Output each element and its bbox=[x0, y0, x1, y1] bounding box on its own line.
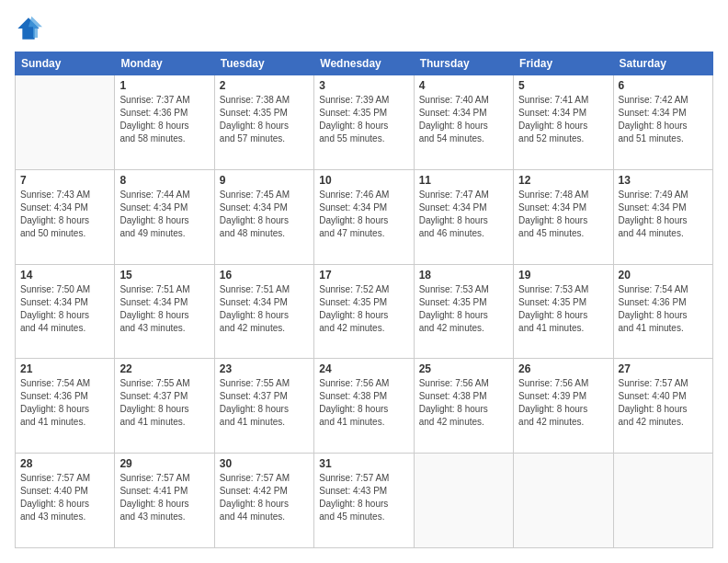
day-info: Sunrise: 7:55 AM Sunset: 4:37 PM Dayligh… bbox=[220, 377, 309, 429]
day-cell bbox=[414, 454, 513, 548]
day-number: 29 bbox=[119, 457, 209, 470]
day-info: Sunrise: 7:56 AM Sunset: 4:38 PM Dayligh… bbox=[319, 377, 408, 429]
day-number: 7 bbox=[20, 174, 109, 187]
day-number: 14 bbox=[20, 269, 109, 282]
day-info: Sunrise: 7:49 AM Sunset: 4:34 PM Dayligh… bbox=[619, 189, 708, 240]
day-info: Sunrise: 7:52 AM Sunset: 4:35 PM Dayligh… bbox=[319, 283, 408, 335]
day-info: Sunrise: 7:56 AM Sunset: 4:38 PM Dayligh… bbox=[419, 377, 508, 429]
day-cell: 9Sunrise: 7:45 AM Sunset: 4:34 PM Daylig… bbox=[214, 169, 313, 264]
day-cell: 8Sunrise: 7:44 AM Sunset: 4:34 PM Daylig… bbox=[115, 169, 214, 264]
day-info: Sunrise: 7:57 AM Sunset: 4:40 PM Dayligh… bbox=[20, 472, 109, 523]
day-cell: 20Sunrise: 7:54 AM Sunset: 4:36 PM Dayli… bbox=[613, 264, 712, 359]
day-number: 23 bbox=[220, 362, 309, 375]
week-row-4: 21Sunrise: 7:54 AM Sunset: 4:36 PM Dayli… bbox=[16, 359, 713, 454]
day-cell: 18Sunrise: 7:53 AM Sunset: 4:35 PM Dayli… bbox=[414, 264, 513, 359]
day-cell: 19Sunrise: 7:53 AM Sunset: 4:35 PM Dayli… bbox=[514, 264, 613, 359]
day-info: Sunrise: 7:56 AM Sunset: 4:39 PM Dayligh… bbox=[518, 377, 608, 429]
page: SundayMondayTuesdayWednesdayThursdayFrid… bbox=[0, 0, 728, 563]
day-info: Sunrise: 7:37 AM Sunset: 4:36 PM Dayligh… bbox=[119, 94, 209, 145]
day-number: 11 bbox=[419, 174, 508, 187]
day-info: Sunrise: 7:53 AM Sunset: 4:35 PM Dayligh… bbox=[518, 283, 608, 335]
day-number: 26 bbox=[518, 362, 608, 375]
day-cell: 14Sunrise: 7:50 AM Sunset: 4:34 PM Dayli… bbox=[16, 264, 115, 359]
day-number: 6 bbox=[619, 79, 708, 92]
day-number: 9 bbox=[220, 174, 309, 187]
day-cell bbox=[16, 75, 115, 170]
day-info: Sunrise: 7:46 AM Sunset: 4:34 PM Dayligh… bbox=[319, 189, 408, 240]
day-info: Sunrise: 7:41 AM Sunset: 4:34 PM Dayligh… bbox=[518, 94, 608, 145]
day-info: Sunrise: 7:42 AM Sunset: 4:34 PM Dayligh… bbox=[619, 94, 708, 145]
day-info: Sunrise: 7:47 AM Sunset: 4:34 PM Dayligh… bbox=[419, 189, 508, 240]
day-number: 30 bbox=[220, 457, 309, 470]
day-info: Sunrise: 7:51 AM Sunset: 4:34 PM Dayligh… bbox=[220, 283, 309, 335]
day-cell: 3Sunrise: 7:39 AM Sunset: 4:35 PM Daylig… bbox=[314, 75, 414, 170]
day-info: Sunrise: 7:43 AM Sunset: 4:34 PM Dayligh… bbox=[20, 189, 109, 240]
day-cell: 23Sunrise: 7:55 AM Sunset: 4:37 PM Dayli… bbox=[214, 359, 313, 454]
weekday-header-tuesday: Tuesday bbox=[214, 52, 313, 75]
day-number: 3 bbox=[319, 79, 408, 92]
day-cell: 21Sunrise: 7:54 AM Sunset: 4:36 PM Dayli… bbox=[16, 359, 115, 454]
day-number: 20 bbox=[619, 269, 708, 282]
day-cell: 17Sunrise: 7:52 AM Sunset: 4:35 PM Dayli… bbox=[314, 264, 414, 359]
day-cell: 25Sunrise: 7:56 AM Sunset: 4:38 PM Dayli… bbox=[414, 359, 513, 454]
header bbox=[15, 15, 713, 42]
day-cell: 11Sunrise: 7:47 AM Sunset: 4:34 PM Dayli… bbox=[414, 169, 513, 264]
day-number: 8 bbox=[119, 174, 209, 187]
day-cell: 22Sunrise: 7:55 AM Sunset: 4:37 PM Dayli… bbox=[115, 359, 214, 454]
weekday-header-wednesday: Wednesday bbox=[314, 52, 414, 75]
day-cell: 27Sunrise: 7:57 AM Sunset: 4:40 PM Dayli… bbox=[613, 359, 712, 454]
day-info: Sunrise: 7:57 AM Sunset: 4:42 PM Dayligh… bbox=[220, 472, 309, 523]
day-cell: 2Sunrise: 7:38 AM Sunset: 4:35 PM Daylig… bbox=[214, 75, 313, 170]
week-row-5: 28Sunrise: 7:57 AM Sunset: 4:40 PM Dayli… bbox=[16, 454, 713, 548]
day-cell: 24Sunrise: 7:56 AM Sunset: 4:38 PM Dayli… bbox=[314, 359, 414, 454]
day-number: 2 bbox=[220, 79, 309, 92]
day-cell bbox=[514, 454, 613, 548]
day-number: 27 bbox=[619, 362, 708, 375]
day-number: 10 bbox=[319, 174, 408, 187]
logo-icon bbox=[15, 15, 42, 42]
week-row-3: 14Sunrise: 7:50 AM Sunset: 4:34 PM Dayli… bbox=[16, 264, 713, 359]
day-cell: 28Sunrise: 7:57 AM Sunset: 4:40 PM Dayli… bbox=[16, 454, 115, 548]
day-cell: 1Sunrise: 7:37 AM Sunset: 4:36 PM Daylig… bbox=[115, 75, 214, 170]
day-cell: 16Sunrise: 7:51 AM Sunset: 4:34 PM Dayli… bbox=[214, 264, 313, 359]
day-cell: 7Sunrise: 7:43 AM Sunset: 4:34 PM Daylig… bbox=[16, 169, 115, 264]
day-number: 1 bbox=[119, 79, 209, 92]
day-info: Sunrise: 7:50 AM Sunset: 4:34 PM Dayligh… bbox=[20, 283, 109, 335]
day-number: 13 bbox=[619, 174, 708, 187]
day-number: 15 bbox=[119, 269, 209, 282]
weekday-header-saturday: Saturday bbox=[613, 52, 712, 75]
day-number: 17 bbox=[319, 269, 408, 282]
day-info: Sunrise: 7:55 AM Sunset: 4:37 PM Dayligh… bbox=[119, 377, 209, 429]
weekday-header-monday: Monday bbox=[115, 52, 214, 75]
day-number: 25 bbox=[419, 362, 508, 375]
day-cell: 12Sunrise: 7:48 AM Sunset: 4:34 PM Dayli… bbox=[514, 169, 613, 264]
day-cell: 13Sunrise: 7:49 AM Sunset: 4:34 PM Dayli… bbox=[613, 169, 712, 264]
week-row-2: 7Sunrise: 7:43 AM Sunset: 4:34 PM Daylig… bbox=[16, 169, 713, 264]
weekday-header-row: SundayMondayTuesdayWednesdayThursdayFrid… bbox=[16, 52, 713, 75]
day-info: Sunrise: 7:51 AM Sunset: 4:34 PM Dayligh… bbox=[119, 283, 209, 335]
day-info: Sunrise: 7:38 AM Sunset: 4:35 PM Dayligh… bbox=[220, 94, 309, 145]
day-info: Sunrise: 7:57 AM Sunset: 4:41 PM Dayligh… bbox=[119, 472, 209, 523]
day-cell bbox=[613, 454, 712, 548]
day-number: 19 bbox=[518, 269, 608, 282]
day-info: Sunrise: 7:57 AM Sunset: 4:40 PM Dayligh… bbox=[619, 377, 708, 429]
day-cell: 30Sunrise: 7:57 AM Sunset: 4:42 PM Dayli… bbox=[214, 454, 313, 548]
day-info: Sunrise: 7:44 AM Sunset: 4:34 PM Dayligh… bbox=[119, 189, 209, 240]
day-cell: 4Sunrise: 7:40 AM Sunset: 4:34 PM Daylig… bbox=[414, 75, 513, 170]
day-info: Sunrise: 7:48 AM Sunset: 4:34 PM Dayligh… bbox=[518, 189, 608, 240]
week-row-1: 1Sunrise: 7:37 AM Sunset: 4:36 PM Daylig… bbox=[16, 75, 713, 170]
day-number: 4 bbox=[419, 79, 508, 92]
day-info: Sunrise: 7:53 AM Sunset: 4:35 PM Dayligh… bbox=[419, 283, 508, 335]
day-cell: 31Sunrise: 7:57 AM Sunset: 4:43 PM Dayli… bbox=[314, 454, 414, 548]
calendar-table: SundayMondayTuesdayWednesdayThursdayFrid… bbox=[15, 52, 713, 548]
day-number: 24 bbox=[319, 362, 408, 375]
logo bbox=[15, 15, 46, 42]
day-info: Sunrise: 7:39 AM Sunset: 4:35 PM Dayligh… bbox=[319, 94, 408, 145]
day-number: 12 bbox=[518, 174, 608, 187]
day-number: 21 bbox=[20, 362, 109, 375]
day-info: Sunrise: 7:40 AM Sunset: 4:34 PM Dayligh… bbox=[419, 94, 508, 145]
day-cell: 5Sunrise: 7:41 AM Sunset: 4:34 PM Daylig… bbox=[514, 75, 613, 170]
day-cell: 6Sunrise: 7:42 AM Sunset: 4:34 PM Daylig… bbox=[613, 75, 712, 170]
day-info: Sunrise: 7:54 AM Sunset: 4:36 PM Dayligh… bbox=[20, 377, 109, 429]
day-cell: 10Sunrise: 7:46 AM Sunset: 4:34 PM Dayli… bbox=[314, 169, 414, 264]
